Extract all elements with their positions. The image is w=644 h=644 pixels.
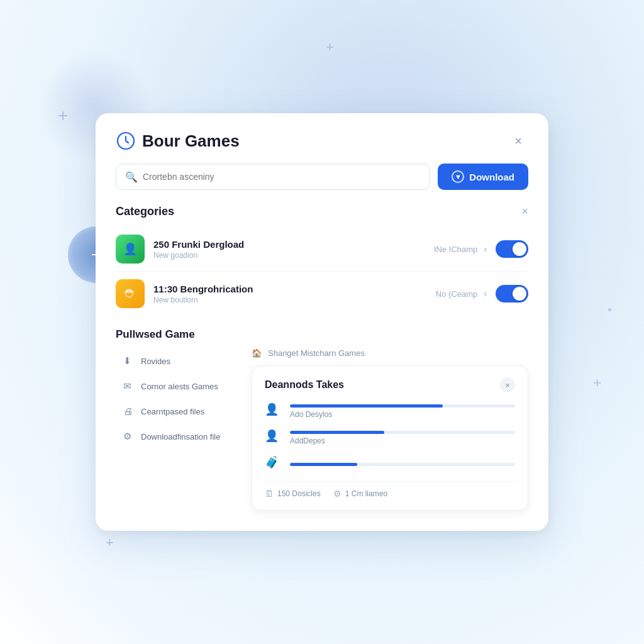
share-row: 🏠 Shariget Mistcharn Games bbox=[252, 348, 528, 358]
downloads-card: Deannods Takes × 👤 Ado Desylos bbox=[252, 365, 528, 511]
progress-fill-3 bbox=[290, 463, 357, 466]
clock-icon bbox=[116, 131, 136, 151]
menu-item-label-files: Cearntpased files bbox=[141, 407, 204, 416]
menu-item-alests[interactable]: ✉ Cornor alests Games bbox=[116, 374, 242, 399]
modal-title: Bour Games bbox=[142, 131, 240, 151]
footer-stat-value-1: 150 Dosicles bbox=[277, 489, 321, 498]
category-sub-1: New goadion bbox=[153, 251, 434, 260]
toggle-1[interactable] bbox=[496, 240, 528, 258]
progress-fill-2 bbox=[290, 431, 384, 434]
toggle-2[interactable] bbox=[496, 285, 528, 303]
category-item: 👤 250 Frunki Dergload New goadion INe IC… bbox=[116, 227, 528, 272]
search-input-wrap: 🔍 bbox=[116, 164, 430, 190]
download-button-label: Download bbox=[469, 172, 514, 182]
menu-item-rovides[interactable]: ⬇ Rovides bbox=[116, 348, 242, 374]
modal-header: Bour Games × bbox=[116, 131, 528, 151]
chevron-icon-1: › bbox=[484, 244, 487, 254]
search-icon: 🔍 bbox=[125, 171, 138, 183]
progress-fill-1 bbox=[290, 404, 443, 408]
progress-track-2 bbox=[290, 431, 515, 434]
deco-dot-2 bbox=[608, 308, 611, 311]
menu-item-files[interactable]: 🖨 Cearntpased files bbox=[116, 399, 242, 424]
search-row: 🔍 ▼ Download bbox=[116, 164, 528, 190]
user-icon-1: 👤 bbox=[265, 402, 282, 420]
category-badge-2: No (Ceamp bbox=[436, 289, 477, 299]
category-info-2: 11:30 Bengrohrication New boutlorn bbox=[153, 284, 436, 304]
progress-item-2: 👤 AddDepes bbox=[265, 429, 515, 447]
right-panel: 🏠 Shariget Mistcharn Games Deannods Take… bbox=[252, 348, 528, 511]
category-name-2: 11:30 Bengrohrication bbox=[153, 284, 436, 294]
card-title: Deannods Takes bbox=[265, 379, 344, 391]
email-icon: ✉ bbox=[123, 380, 135, 392]
card-footer: 🗓 150 Dosicles ⚙ 1 Cm liameo bbox=[265, 482, 515, 499]
gear-icon: ⚙ bbox=[333, 489, 341, 499]
categories-section: Categories × 👤 250 Frunki Dergload New g… bbox=[116, 205, 528, 316]
download-button[interactable]: ▼ Download bbox=[438, 164, 528, 190]
pullwsed-content: ⬇ Rovides ✉ Cornor alests Games 🖨 Cearnt… bbox=[116, 348, 528, 511]
menu-item-label-alests: Cornor alests Games bbox=[141, 382, 218, 391]
chevron-icon-2: › bbox=[484, 289, 487, 299]
deco-plus-2: + bbox=[58, 106, 68, 126]
avatar-green: 👤 bbox=[116, 235, 145, 264]
download-arrow-icon: ⬇ bbox=[123, 355, 135, 367]
avatar-yellow: ⛑ bbox=[116, 279, 145, 308]
pullwsed-section: Pullwsed Game ⬇ Rovides ✉ Cornor alests … bbox=[116, 328, 528, 511]
footer-stat-1: 🗓 150 Dosicles bbox=[265, 489, 321, 499]
menu-item-label-download: Downloadfinsation file bbox=[141, 432, 220, 441]
progress-content-3 bbox=[290, 463, 515, 466]
progress-label-2: AddDepes bbox=[290, 436, 515, 445]
category-avatar-2: ⛑ bbox=[116, 279, 145, 308]
calendar-icon: 🗓 bbox=[265, 489, 274, 499]
category-badge-1: INe IChamp bbox=[434, 245, 477, 254]
category-right-1: INe IChamp › bbox=[434, 244, 487, 254]
progress-content-2: AddDepes bbox=[290, 431, 515, 445]
card-close-button[interactable]: × bbox=[500, 377, 515, 392]
categories-close-button[interactable]: × bbox=[521, 205, 528, 218]
share-label: Shariget Mistcharn Games bbox=[268, 348, 365, 358]
progress-item-3: 🧳 bbox=[265, 455, 515, 473]
download-circle-icon: ▼ bbox=[452, 170, 464, 183]
progress-content-1: Ado Desylos bbox=[290, 404, 515, 419]
deco-plus-4: + bbox=[106, 535, 114, 551]
category-right-2: No (Ceamp › bbox=[436, 289, 487, 299]
progress-track-3 bbox=[290, 463, 515, 466]
header-left: Bour Games bbox=[116, 131, 240, 151]
footer-stat-value-2: 1 Cm liameo bbox=[345, 489, 387, 498]
category-name-1: 250 Frunki Dergload bbox=[153, 239, 434, 250]
deco-plus-3: + bbox=[593, 375, 601, 391]
progress-label-1: Ado Desylos bbox=[290, 410, 515, 419]
share-icon: 🏠 bbox=[252, 348, 262, 358]
footer-stat-2: ⚙ 1 Cm liameo bbox=[333, 489, 387, 499]
search-input[interactable] bbox=[143, 164, 421, 189]
modal-close-button[interactable]: × bbox=[508, 131, 528, 151]
progress-item-1: 👤 Ado Desylos bbox=[265, 402, 515, 420]
bag-icon: 🧳 bbox=[265, 455, 282, 473]
category-item-2: ⛑ 11:30 Bengrohrication New boutlorn No … bbox=[116, 272, 528, 316]
menu-item-label-rovides: Rovides bbox=[141, 357, 170, 366]
progress-track-1 bbox=[290, 404, 515, 408]
category-info-1: 250 Frunki Dergload New goadion bbox=[153, 239, 434, 260]
categories-title: Categories bbox=[116, 205, 174, 218]
categories-header: Categories × bbox=[116, 205, 528, 218]
card-header: Deannods Takes × bbox=[265, 377, 515, 392]
gear-small-icon: ⚙ bbox=[123, 431, 135, 442]
pullwsed-title: Pullwsed Game bbox=[116, 328, 528, 341]
menu-item-download-file[interactable]: ⚙ Downloadfinsation file bbox=[116, 424, 242, 449]
category-avatar-1: 👤 bbox=[116, 235, 145, 264]
left-panel: ⬇ Rovides ✉ Cornor alests Games 🖨 Cearnt… bbox=[116, 348, 242, 511]
user-icon-2: 👤 bbox=[265, 429, 282, 447]
deco-plus-1: + bbox=[326, 39, 334, 55]
category-sub-2: New boutlorn bbox=[153, 296, 436, 304]
print-icon: 🖨 bbox=[123, 406, 135, 417]
left-menu: ⬇ Rovides ✉ Cornor alests Games 🖨 Cearnt… bbox=[116, 348, 242, 449]
main-modal: Bour Games × 🔍 ▼ Download Categories × 👤… bbox=[96, 113, 548, 531]
